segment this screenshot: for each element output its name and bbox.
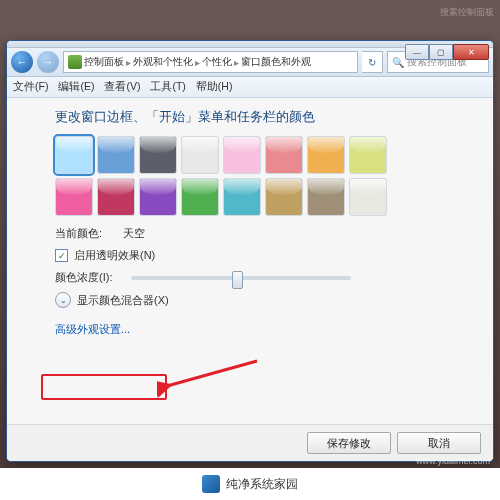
color-swatch[interactable]	[55, 136, 93, 174]
advanced-link-row: 高级外观设置...	[55, 322, 471, 337]
maximize-button[interactable]: ▢	[429, 44, 453, 60]
close-button[interactable]: ✕	[453, 44, 489, 60]
color-swatch[interactable]	[349, 136, 387, 174]
intensity-slider[interactable]	[131, 276, 351, 280]
window-controls: — ▢ ✕	[405, 44, 489, 60]
menu-tools[interactable]: 工具(T)	[150, 80, 185, 94]
breadcrumb-l1[interactable]: 外观和个性化	[133, 55, 193, 69]
cancel-button[interactable]: 取消	[397, 432, 481, 454]
branding-bar: 纯净系统家园	[0, 468, 500, 500]
color-swatch[interactable]	[223, 136, 261, 174]
menu-edit[interactable]: 编辑(E)	[58, 80, 94, 94]
menu-file[interactable]: 文件(F)	[13, 80, 48, 94]
mixer-row[interactable]: ⌄ 显示颜色混合器(X)	[55, 292, 471, 308]
color-swatch[interactable]	[139, 136, 177, 174]
color-swatch[interactable]	[181, 136, 219, 174]
color-swatch[interactable]	[223, 178, 261, 216]
breadcrumb-root[interactable]: 控制面板	[84, 55, 124, 69]
breadcrumb-sep-icon: ▸	[126, 57, 131, 68]
color-swatch[interactable]	[265, 178, 303, 216]
transparency-row: ✓ 启用透明效果(N)	[55, 248, 471, 263]
mixer-label: 显示颜色混合器(X)	[77, 293, 169, 308]
content-area: 更改窗口边框、「开始」菜单和任务栏的颜色 当前颜色: 天空 ✓ 启用透明效果(N…	[7, 98, 493, 354]
transparency-checkbox[interactable]: ✓	[55, 249, 68, 262]
breadcrumb-l3[interactable]: 窗口颜色和外观	[241, 55, 311, 69]
branding-url: www.yidaimei.com	[416, 456, 490, 466]
color-swatch[interactable]	[181, 178, 219, 216]
window: — ▢ ✕ ← → 控制面板 ▸ 外观和个性化 ▸ 个性化 ▸ 窗口颜色和外观 …	[6, 40, 494, 462]
search-icon: 🔍	[392, 57, 404, 68]
chevron-down-icon[interactable]: ⌄	[55, 292, 71, 308]
control-panel-icon	[68, 55, 82, 69]
breadcrumb-sep-icon: ▸	[195, 57, 200, 68]
transparency-label: 启用透明效果(N)	[74, 248, 155, 263]
current-color-row: 当前颜色: 天空	[55, 226, 471, 241]
minimize-button[interactable]: —	[405, 44, 429, 60]
breadcrumb-sep-icon: ▸	[234, 57, 239, 68]
menu-help[interactable]: 帮助(H)	[196, 80, 233, 94]
refresh-button[interactable]: ↻	[362, 51, 383, 73]
nav-forward-button[interactable]: →	[37, 51, 59, 73]
breadcrumb[interactable]: 控制面板 ▸ 外观和个性化 ▸ 个性化 ▸ 窗口颜色和外观	[63, 51, 358, 73]
nav-back-button[interactable]: ←	[11, 51, 33, 73]
color-swatch[interactable]	[349, 178, 387, 216]
watermark-top: 搜索控制面板	[440, 6, 494, 19]
menubar: 文件(F) 编辑(E) 查看(V) 工具(T) 帮助(H)	[7, 77, 493, 98]
brand-logo-icon	[202, 475, 220, 493]
intensity-label: 颜色浓度(I):	[55, 270, 117, 285]
color-swatch[interactable]	[265, 136, 303, 174]
color-swatch[interactable]	[307, 136, 345, 174]
svg-line-0	[167, 361, 257, 386]
color-swatch[interactable]	[307, 178, 345, 216]
annotation-arrow	[157, 353, 267, 398]
advanced-appearance-link[interactable]: 高级外观设置...	[55, 322, 130, 337]
current-color-value: 天空	[123, 226, 145, 241]
color-swatch[interactable]	[97, 136, 135, 174]
current-color-label: 当前颜色:	[55, 226, 117, 241]
save-button[interactable]: 保存修改	[307, 432, 391, 454]
color-swatch[interactable]	[97, 178, 135, 216]
annotation-box	[41, 374, 167, 400]
slider-thumb[interactable]	[232, 271, 243, 289]
color-swatch[interactable]	[55, 178, 93, 216]
page-title: 更改窗口边框、「开始」菜单和任务栏的颜色	[55, 108, 471, 126]
color-swatch[interactable]	[139, 178, 177, 216]
color-swatch-grid	[55, 136, 471, 216]
brand-name: 纯净系统家园	[226, 476, 298, 493]
intensity-row: 颜色浓度(I):	[55, 270, 471, 285]
breadcrumb-l2[interactable]: 个性化	[202, 55, 232, 69]
menu-view[interactable]: 查看(V)	[104, 80, 140, 94]
